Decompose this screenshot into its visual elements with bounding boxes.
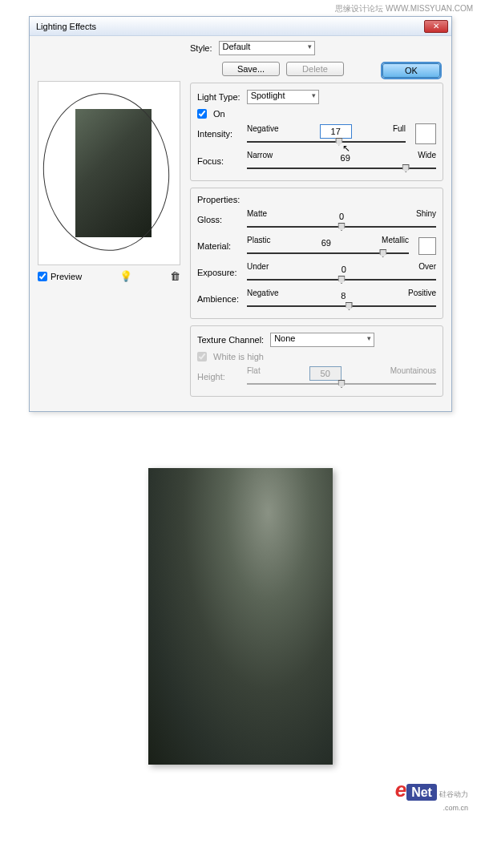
preview-checkbox[interactable] <box>38 272 47 281</box>
gloss-input[interactable] <box>325 209 358 224</box>
intensity-input[interactable] <box>320 124 352 139</box>
white-is-high-checkbox <box>197 352 207 361</box>
ok-button[interactable]: OK <box>382 63 440 78</box>
texture-group: Texture Channel: None White is high Heig… <box>190 325 443 397</box>
on-checkbox[interactable] <box>197 109 207 119</box>
height-input <box>309 366 342 381</box>
white-is-high-label: White is high <box>213 352 264 361</box>
exposure-slider[interactable] <box>247 279 436 281</box>
watermark-logo: eNet 硅谷动力 .com.cn <box>0 777 481 820</box>
light-color-swatch[interactable] <box>415 123 436 144</box>
titlebar: Lighting Effects ✕ <box>30 17 451 36</box>
exposure-input[interactable] <box>328 262 360 277</box>
ambience-slider[interactable] <box>247 305 436 307</box>
properties-group: Properties: Gloss: MatteShiny Material: … <box>190 188 443 319</box>
height-right: Mountainous <box>390 366 436 381</box>
properties-heading: Properties: <box>197 195 436 204</box>
trash-icon[interactable]: 🗑 <box>170 270 180 282</box>
light-type-select[interactable]: Spotlight <box>247 90 319 104</box>
light-type-label: Light Type: <box>197 92 240 102</box>
on-label: On <box>213 109 225 119</box>
height-left: Flat <box>247 366 261 381</box>
logo-net: Net <box>406 784 437 801</box>
ambience-right: Positive <box>408 289 436 303</box>
close-button[interactable]: ✕ <box>424 20 448 33</box>
ambience-thumb[interactable] <box>346 302 353 310</box>
close-icon: ✕ <box>433 22 439 30</box>
preview-canvas[interactable] <box>38 81 180 265</box>
gloss-thumb[interactable] <box>338 223 346 231</box>
lighting-effects-dialog: Lighting Effects ✕ OK Cancel Preview 💡 🗑… <box>29 16 452 412</box>
material-right: Metallic <box>382 236 409 250</box>
height-label: Height: <box>197 372 242 382</box>
gloss-label: Gloss: <box>197 215 242 224</box>
light-type-group: Light Type: Spotlight On Intensity: Nega… <box>190 83 443 181</box>
texture-channel-label: Texture Channel: <box>197 335 264 345</box>
ambience-label: Ambience: <box>197 294 242 304</box>
preview-image <box>75 109 152 237</box>
intensity-right: Full <box>393 124 406 139</box>
save-button[interactable]: Save... <box>222 62 280 76</box>
height-thumb <box>338 380 346 388</box>
intensity-left: Negative <box>247 124 278 139</box>
ambience-input[interactable] <box>327 289 359 303</box>
dialog-title: Lighting Effects <box>36 22 424 31</box>
material-color-swatch[interactable] <box>418 237 436 255</box>
logo-sub2: .com.cn <box>443 804 468 812</box>
material-label: Material: <box>197 241 242 251</box>
intensity-label: Intensity: <box>197 129 242 139</box>
focus-slider[interactable] <box>247 168 436 169</box>
exposure-label: Exposure: <box>197 268 242 277</box>
logo-sub1: 硅谷动力 <box>439 790 468 798</box>
height-slider <box>247 383 436 385</box>
exposure-thumb[interactable] <box>338 276 346 284</box>
watermark-top: 思缘设计论坛 WWW.MISSYUAN.COM <box>0 0 481 16</box>
exposure-left: Under <box>247 262 269 277</box>
gloss-right: Shiny <box>416 209 436 224</box>
cursor-icon: ↖ <box>342 143 350 154</box>
delete-button: Delete <box>286 62 344 76</box>
focus-label: Focus: <box>197 156 242 166</box>
exposure-right: Over <box>418 262 436 277</box>
focus-thumb[interactable] <box>402 164 410 172</box>
material-input[interactable] <box>310 236 342 250</box>
ambience-left: Negative <box>247 289 278 303</box>
lightbulb-icon[interactable]: 💡 <box>119 270 132 282</box>
focus-left: Narrow <box>247 151 273 165</box>
texture-channel-select[interactable]: None <box>270 333 374 347</box>
logo-e: e <box>395 777 406 801</box>
result-image <box>148 468 333 765</box>
style-select[interactable]: Default <box>219 41 315 55</box>
material-left: Plastic <box>247 236 270 250</box>
focus-right: Wide <box>418 151 436 165</box>
material-slider[interactable] <box>247 252 409 254</box>
gloss-slider[interactable] <box>247 226 436 228</box>
intensity-slider[interactable]: ↖ <box>247 141 406 143</box>
gloss-left: Matte <box>247 209 267 224</box>
preview-label: Preview <box>51 272 82 281</box>
style-label: Style: <box>190 43 212 53</box>
material-thumb[interactable] <box>379 249 386 257</box>
